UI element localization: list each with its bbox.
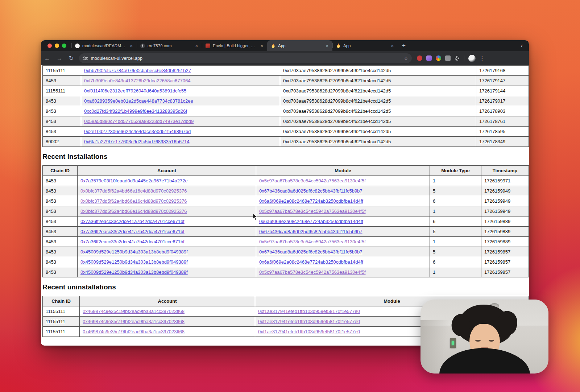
tab-close-icon[interactable]: × bbox=[129, 43, 134, 49]
account-link[interactable]: 0x2e10d272306e6624c4e4dace3e0d51f5468f67… bbox=[84, 129, 191, 134]
back-icon[interactable]: ← bbox=[41, 55, 53, 62]
tab-erc7579-com[interactable]: erc7579.com× bbox=[137, 40, 202, 51]
cell-chain-id: 11155111 bbox=[43, 66, 81, 76]
tab-close-icon[interactable]: × bbox=[324, 43, 330, 49]
account-link[interactable]: 0x7a36ff2eacc33c2dce41a7b42dca4701cce671… bbox=[80, 239, 185, 244]
cell-module: 0x67b436cad8a6d025df6c82c5bb43fbf11fc5b9… bbox=[256, 247, 430, 257]
cell-timestamp: 1726159889 bbox=[481, 216, 529, 227]
cell-timestamp: 1726178903 bbox=[476, 106, 529, 116]
installations-heading: Recent installations bbox=[42, 152, 528, 161]
tab-app[interactable]: App× bbox=[332, 40, 398, 51]
cell-chain-id: 8453 bbox=[43, 247, 78, 257]
cell-module-type: 6 bbox=[430, 257, 481, 267]
cell-account: 0xbb7902cfc7c784a076e0cbabecc6e840b6251b… bbox=[81, 66, 280, 76]
cell-account: 0x45009d529e1250b9d34a303a13b8ebd9f04938… bbox=[78, 257, 256, 267]
extension-red-icon[interactable] bbox=[417, 55, 422, 61]
cell-chain-id: 11155111 bbox=[43, 317, 80, 327]
module-link[interactable]: 0x67b436cad8a6d025df6c82c5bb43fbf11fc5b9… bbox=[259, 188, 362, 194]
account-link[interactable]: 0xc0d27fd34f822f1b4999e9f6ee3413288395d2… bbox=[84, 108, 187, 114]
address-bar[interactable]: modulescan-ui.vercel.app ☆ bbox=[79, 53, 412, 63]
account-link[interactable]: 0x7a3579e03f10feaad0d9a445e2a967e71b4a27… bbox=[80, 178, 188, 183]
cell-module: 0x6a6f069e2a08c2468e7724ab3250cdbfba14d4… bbox=[256, 216, 430, 227]
tab-close-icon[interactable]: × bbox=[390, 43, 395, 49]
browser-menu-icon[interactable]: ⋮ bbox=[476, 55, 490, 62]
new-tab-button[interactable]: + bbox=[398, 40, 410, 51]
profile-avatar[interactable] bbox=[468, 55, 476, 62]
tab-close-icon[interactable]: × bbox=[259, 43, 264, 49]
cell-timestamp: 1726179017 bbox=[476, 96, 529, 106]
module-link[interactable]: 0x5c97aa67ba578e3c54ec5942a7563ea9130e4f… bbox=[259, 239, 366, 244]
cell-module: 0x6a6f069e2a08c2468e7724ab3250cdbfba14d4… bbox=[256, 196, 430, 206]
tab-search-chevron-icon[interactable]: ∨ bbox=[519, 43, 525, 49]
cell-account: 0x0bfc377dd5f62a4bd66e16c4d88d970c029253… bbox=[78, 186, 256, 196]
url-text[interactable]: modulescan-ui.vercel.app bbox=[91, 56, 401, 61]
site-settings-icon[interactable] bbox=[83, 56, 88, 61]
extension-purple-icon[interactable] bbox=[426, 55, 432, 61]
cell-module-type: 5 bbox=[430, 227, 481, 237]
column-header-module: Module bbox=[256, 166, 430, 176]
account-link[interactable]: 0x469874c9e35c19fbf2eac9fba3a1cc397023ff… bbox=[83, 319, 185, 324]
table-row: 84530x0bfc377dd5f62a4bd66e16c4d88d970c02… bbox=[43, 206, 529, 216]
account-link[interactable]: 0x469874c9e35c19fbf2eac9fba3a1cc397023ff… bbox=[83, 309, 185, 314]
cell-module: 0x5c97aa67ba578e3c54ec5942a7563ea9130e4f… bbox=[256, 176, 430, 186]
table-row: 111551110xbb7902cfc7c784a076e0cbabecc6e8… bbox=[43, 66, 529, 76]
account-link[interactable]: 0x6fa1a279f7e177603c9d2fc5bd768983516b67… bbox=[84, 139, 190, 144]
account-link[interactable]: 0x58a5d890c74bd5770529a88223dd74973e17db… bbox=[84, 119, 194, 124]
module-link[interactable]: 0xf1ae317941efeb1ffb103d959ef58170f1e577… bbox=[258, 329, 360, 334]
module-link[interactable]: 0x5c97aa67ba578e3c54ec5942a7563ea9130e4f… bbox=[259, 269, 366, 275]
webcam-overlay bbox=[420, 300, 548, 374]
module-link[interactable]: 0xf1ae317941efeb1ffb103d959ef58170f1e577… bbox=[258, 319, 360, 324]
module-link[interactable]: 0x5c97aa67ba578e3c54ec5942a7563ea9130e4f… bbox=[259, 178, 366, 183]
module-link[interactable]: 0xf1ae317941efeb1ffb103d959ef58170f1e577… bbox=[258, 309, 360, 314]
account-link[interactable]: 0x469874c9e35c19fbf2eac9fba3a1cc397023ff… bbox=[83, 329, 185, 334]
table-row: 84530x0bfc377dd5f62a4bd66e16c4d88d970c02… bbox=[43, 186, 529, 196]
minimize-window-button[interactable] bbox=[55, 44, 59, 48]
module-link[interactable]: 0x5c97aa67ba578e3c54ec5942a7563ea9130e4f… bbox=[259, 209, 366, 214]
account-link[interactable]: 0xf7b30f9ea0e843c413726b29dca22658ac6770… bbox=[84, 78, 191, 83]
table-row: 84530x7a3579e03f10feaad0d9a445e2a967e71b… bbox=[43, 176, 529, 186]
module-link[interactable]: 0x67b436cad8a6d025df6c82c5bb43fbf11fc5b9… bbox=[259, 249, 362, 255]
account-link[interactable]: 0x45009d529e1250b9d34a303a13b8ebd9f04938… bbox=[80, 269, 188, 275]
reload-icon[interactable]: ↻ bbox=[66, 55, 77, 62]
table-row: 84530x7a36ff2eacc33c2dce41a7b42dca4701cc… bbox=[43, 216, 529, 227]
tab-app[interactable]: App× bbox=[267, 40, 332, 51]
cell-timestamp: 1726179144 bbox=[476, 86, 529, 96]
zoom-window-button[interactable] bbox=[62, 44, 66, 48]
account-link[interactable]: 0xbb7902cfc7c784a076e0cbabecc6e840b6251b… bbox=[84, 68, 191, 73]
extension-gray-icon[interactable] bbox=[445, 55, 451, 61]
bookmark-star-icon[interactable]: ☆ bbox=[404, 55, 409, 61]
account-link[interactable]: 0x0bfc377dd5f62a4bd66e16c4d88d970c029253… bbox=[80, 209, 187, 214]
extension-colorful-icon[interactable] bbox=[436, 55, 441, 61]
close-window-button[interactable] bbox=[47, 44, 52, 48]
account-link[interactable]: 0xf0114f06e2312eeff7926040d640a53891dcfc… bbox=[84, 88, 186, 94]
module-link[interactable]: 0x67b436cad8a6d025df6c82c5bb43fbf11fc5b9… bbox=[259, 229, 362, 234]
cell-module-type: 1 bbox=[430, 176, 481, 186]
account-link[interactable]: 0x45009d529e1250b9d34a303a13b8ebd9f04938… bbox=[80, 259, 188, 265]
cell-timestamp: 1726159949 bbox=[481, 206, 529, 216]
cell-account: 0xc0d27fd34f822f1b4999e9f6ee3413288395d2… bbox=[81, 106, 280, 116]
module-link[interactable]: 0x6a6f069e2a08c2468e7724ab3250cdbfba14d4… bbox=[259, 259, 363, 265]
table-row: 84530x45009d529e1250b9d34a303a13b8ebd9f0… bbox=[43, 267, 529, 277]
tab-envio-build-bigger-ship-[interactable]: Envio | Build bigger, ship fast× bbox=[202, 40, 267, 51]
tab-title: modulescan/README.md at bbox=[82, 44, 126, 48]
tab-close-icon[interactable]: × bbox=[194, 43, 199, 49]
cell-chain-id: 8453 bbox=[43, 227, 78, 237]
module-link[interactable]: 0x6a6f069e2a08c2468e7724ab3250cdbfba14d4… bbox=[259, 198, 363, 204]
table-row: 84530x0bfc377dd5f62a4bd66e16c4d88d970c02… bbox=[43, 196, 529, 206]
extensions-puzzle-icon[interactable] bbox=[455, 55, 460, 61]
table-row: 84530x2e10d272306e6624c4e4dace3e0d51f546… bbox=[43, 127, 529, 137]
account-link[interactable]: 0x0bfc377dd5f62a4bd66e16c4d88d970c029253… bbox=[80, 198, 187, 204]
account-link[interactable]: 0x45009d529e1250b9d34a303a13b8ebd9f04938… bbox=[80, 249, 188, 255]
forward-icon[interactable]: → bbox=[53, 55, 66, 62]
module-link[interactable]: 0x6a6f069e2a08c2468e7724ab3250cdbfba14d4… bbox=[259, 219, 363, 224]
table-row: 84530x58a5d890c74bd5770529a88223dd74973e… bbox=[43, 116, 529, 127]
tab-modulescan-readme-md-at[interactable]: modulescan/README.md at × bbox=[71, 40, 137, 51]
account-link[interactable]: 0x0bfc377dd5f62a4bd66e16c4d88d970c029253… bbox=[80, 188, 187, 194]
cell-account: 0x45009d529e1250b9d34a303a13b8ebd9f04938… bbox=[78, 267, 256, 277]
table-row: 84530xf7b30f9ea0e843c413726b29dca22658ac… bbox=[43, 76, 529, 86]
account-link[interactable]: 0x7a36ff2eacc33c2dce41a7b42dca4701cce671… bbox=[80, 229, 185, 234]
account-link[interactable]: 0xa60289359e0eb01e2d5cae448a7734c83781c2… bbox=[84, 98, 193, 104]
account-link[interactable]: 0x7a36ff2eacc33c2dce41a7b42dca4701cce671… bbox=[80, 219, 185, 224]
cell-module: 0xd703aae79538628d27099b8c4f621be4ccd142… bbox=[280, 76, 476, 86]
cell-module: 0x67b436cad8a6d025df6c82c5bb43fbf11fc5b9… bbox=[256, 186, 430, 196]
